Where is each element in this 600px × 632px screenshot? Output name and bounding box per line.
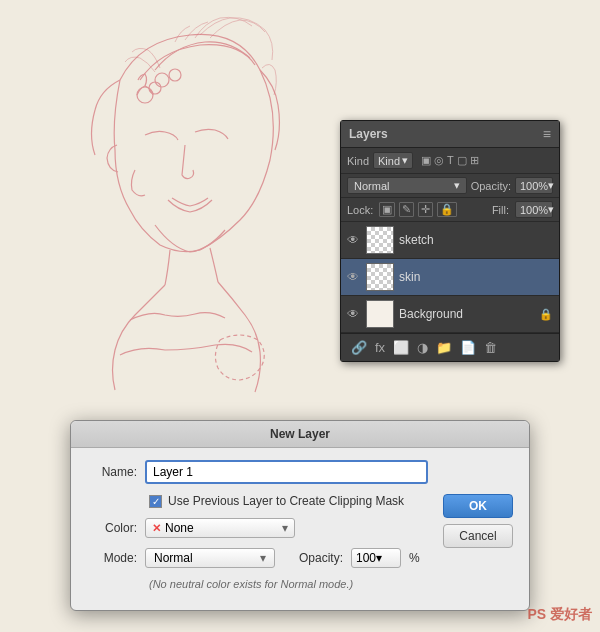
- fill-number: 100%: [520, 204, 548, 216]
- panel-menu-icon[interactable]: ≡: [543, 126, 551, 142]
- checkbox-label: Use Previous Layer to Create Clipping Ma…: [168, 494, 404, 508]
- kind-shape-icon[interactable]: ▢: [457, 154, 467, 167]
- layer-thumb-sketch: [366, 226, 394, 254]
- panel-header: Layers ≡: [341, 121, 559, 148]
- mode-opacity-dialog-row: Mode: Normal ▾ Opacity: 100 ▾ %: [87, 548, 513, 568]
- color-value: None: [165, 521, 194, 535]
- checkbox-check-icon: ✓: [152, 496, 160, 507]
- watermark-text: PS 爱好者: [527, 606, 592, 622]
- delete-layer-button[interactable]: 🗑: [482, 339, 499, 356]
- lock-pixels-icon[interactable]: ▣: [379, 202, 395, 217]
- layer-eye-skin[interactable]: 👁: [347, 270, 361, 284]
- lock-move-icon[interactable]: ✛: [418, 202, 433, 217]
- kind-icons: ▣ ◎ T ▢ ⊞: [421, 154, 479, 167]
- layer-thumb-skin: [366, 263, 394, 291]
- link-layers-button[interactable]: 🔗: [349, 339, 369, 356]
- dialog-title: New Layer: [270, 427, 330, 441]
- watermark: PS 爱好者: [527, 606, 592, 624]
- lock-all-icon[interactable]: 🔒: [437, 202, 457, 217]
- cancel-button[interactable]: Cancel: [443, 524, 513, 548]
- color-dropdown[interactable]: ✕ None ▾: [145, 518, 295, 538]
- mode-select-value: Normal: [154, 551, 193, 565]
- lock-icons: ▣ ✎ ✛ 🔒: [379, 202, 457, 217]
- name-row: Name:: [87, 460, 513, 484]
- layer-thumb-bg: [367, 301, 393, 327]
- new-layer-dialog: New Layer Name: ✓ Use Previous Layer to …: [70, 420, 530, 611]
- opacity-percent: %: [409, 551, 420, 565]
- mode-select-arrow-icon: ▾: [260, 551, 266, 565]
- clipping-mask-checkbox[interactable]: ✓: [149, 495, 162, 508]
- opacity-label: Opacity:: [471, 180, 511, 192]
- dialog-note: (No neutral color exists for Normal mode…: [87, 578, 513, 590]
- layer-eye-background[interactable]: 👁: [347, 307, 361, 321]
- group-button[interactable]: 📁: [434, 339, 454, 356]
- opacity-number: 100%: [520, 180, 548, 192]
- fill-label: Fill:: [492, 204, 509, 216]
- opacity-value[interactable]: 100% ▾: [515, 177, 553, 194]
- dialog-content: Name: ✓ Use Previous Layer to Create Cli…: [71, 448, 529, 610]
- name-input[interactable]: [145, 460, 428, 484]
- opacity-dialog-value: 100: [356, 551, 376, 565]
- mode-dropdown[interactable]: Normal ▾: [347, 177, 467, 194]
- fill-arrow-icon: ▾: [548, 203, 554, 216]
- kind-dropdown[interactable]: Kind ▾: [373, 152, 413, 169]
- layer-name-sketch: sketch: [399, 233, 553, 247]
- mode-arrow-icon: ▾: [454, 179, 460, 192]
- kind-pixel-icon[interactable]: ▣: [421, 154, 431, 167]
- opacity-dialog-label: Opacity:: [299, 551, 343, 565]
- ok-button[interactable]: OK: [443, 494, 513, 518]
- color-arrow-icon: ▾: [282, 521, 288, 535]
- layer-item-background[interactable]: 👁 Background 🔒: [341, 296, 559, 333]
- mode-dialog-label: Mode:: [87, 551, 137, 565]
- kind-smart-icon[interactable]: ⊞: [470, 154, 479, 167]
- lock-paint-icon[interactable]: ✎: [399, 202, 414, 217]
- mode-opacity-row: Normal ▾ Opacity: 100% ▾: [341, 174, 559, 198]
- layer-eye-sketch[interactable]: 👁: [347, 233, 361, 247]
- opacity-dialog-input[interactable]: 100 ▾: [351, 548, 401, 568]
- layer-thumb-checker-skin: [367, 264, 393, 290]
- layers-panel: Layers ≡ Kind Kind ▾ ▣ ◎ T ▢ ⊞ Normal ▾ …: [340, 120, 560, 362]
- opacity-arrow-icon: ▾: [548, 179, 554, 192]
- layer-thumb-background: [366, 300, 394, 328]
- kind-text-icon[interactable]: T: [447, 154, 454, 167]
- opacity-dialog-arrow-icon: ▾: [376, 551, 382, 565]
- color-x-icon: ✕: [152, 522, 161, 535]
- mode-value: Normal: [354, 180, 389, 192]
- note-text: (No neutral color exists for Normal mode…: [149, 578, 353, 590]
- lock-fill-row: Lock: ▣ ✎ ✛ 🔒 Fill: 100% ▾: [341, 198, 559, 222]
- color-label: Color:: [87, 521, 137, 535]
- layer-lock-icon: 🔒: [539, 308, 553, 321]
- new-layer-button[interactable]: 📄: [458, 339, 478, 356]
- mask-button[interactable]: ⬜: [391, 339, 411, 356]
- kind-adjust-icon[interactable]: ◎: [434, 154, 444, 167]
- layer-item-skin[interactable]: 👁 skin: [341, 259, 559, 296]
- kind-label: Kind: [347, 155, 369, 167]
- dialog-titlebar: New Layer: [71, 421, 529, 448]
- panel-toolbar: 🔗 fx ⬜ ◑ 📁 📄 🗑: [341, 333, 559, 361]
- layer-item-sketch[interactable]: 👁 sketch: [341, 222, 559, 259]
- layer-name-background: Background: [399, 307, 534, 321]
- layer-thumb-checker: [367, 227, 393, 253]
- adjustment-button[interactable]: ◑: [415, 339, 430, 356]
- name-label: Name:: [87, 465, 137, 479]
- kind-row: Kind Kind ▾ ▣ ◎ T ▢ ⊞: [341, 148, 559, 174]
- layer-name-skin: skin: [399, 270, 553, 284]
- panel-title: Layers: [349, 127, 388, 141]
- kind-arrow-icon: ▾: [402, 154, 408, 167]
- fx-button[interactable]: fx: [373, 339, 387, 356]
- dialog-buttons: OK Cancel: [443, 494, 513, 548]
- kind-value: Kind: [378, 155, 400, 167]
- mode-select[interactable]: Normal ▾: [145, 548, 275, 568]
- lock-label: Lock:: [347, 204, 373, 216]
- fill-value[interactable]: 100% ▾: [515, 201, 553, 218]
